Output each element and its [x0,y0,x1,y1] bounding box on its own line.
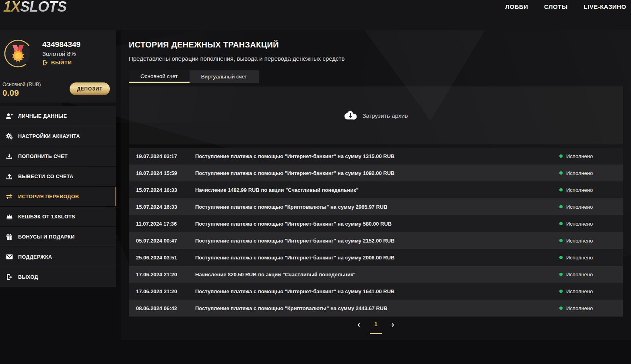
deposit-button[interactable]: ДЕПОЗИТ [70,82,110,95]
transfer-arrows-icon [4,194,14,199]
status-dot-icon [559,171,563,175]
status-dot-icon [559,205,563,208]
transaction-date: 08.06.2024 06:42 [129,305,195,311]
status-dot-icon [559,306,563,310]
table-row: 25.06.2024 03:51 Поступление платежа с п… [129,249,623,266]
status-dot-icon [559,188,563,191]
transaction-date: 19.07.2024 03:17 [129,153,195,159]
person-add-icon [4,113,14,119]
transaction-description: Поступление платежа с помощью "Интернет-… [195,170,559,176]
sidebar-item-support[interactable]: ПОДДЕРЖКА [0,247,116,267]
sidebar-item-label: ПОДДЕРЖКА [18,254,52,260]
logout-link[interactable]: ВЫЙТИ [42,60,72,66]
balance-label: Основной (RUB) [2,82,41,87]
tab-main-account[interactable]: Основной счет [129,70,190,83]
account-tabs: Основной счет Виртуальный счет [129,70,259,83]
sidebar-item-label: ВЫХОД [18,274,38,280]
sidebar-item-label: ИСТОРИЯ ПЕРЕВОДОВ [18,194,79,199]
table-row: 17.06.2024 21:20 Начисление 820.50 RUB п… [129,266,623,283]
status-label: Исполнено [566,204,593,210]
crown-icon [4,214,14,220]
transaction-status: Исполнено [559,204,623,210]
sidebar-item-transfer-history[interactable]: ИСТОРИЯ ПЕРЕВОДОВ [0,187,116,206]
archive-label: Загрузить архив [362,112,408,119]
sidebar-item-label: БОНУСЫ И ПОДАРКИ [18,234,75,240]
gears-icon [4,133,14,140]
transaction-status: Исполнено [559,221,623,227]
logout-icon [42,60,48,66]
avatar [4,39,32,68]
transaction-date: 25.06.2024 03:51 [129,255,195,261]
pagination-next-icon[interactable]: › [392,319,394,329]
sidebar-item-personal-data[interactable]: ЛИЧНЫЕ ДАННЫЕ [0,106,116,126]
transaction-status: Исполнено [559,288,623,294]
table-row: 19.07.2024 03:17 Поступление платежа с п… [129,148,623,165]
sidebar-item-account-settings[interactable]: НАСТРОЙКИ АККАУНТА [0,126,116,146]
nav-lobby[interactable]: ЛОББИ [505,3,528,10]
top-bar: 1XSLOTS ЛОББИ СЛОТЫ LIVE-КАЗИНО [0,0,631,30]
table-row: 17.06.2024 21:20 Поступление платежа с п… [129,283,623,300]
status-dot-icon [559,256,563,259]
page: 1XSLOTS ЛОББИ СЛОТЫ LIVE-КАЗИНО [0,0,631,364]
nav-live-casino[interactable]: LIVE-КАЗИНО [584,3,626,10]
status-label: Исполнено [566,221,593,227]
transaction-description: Поступление платежа с помощью "Интернет-… [195,153,559,159]
status-label: Исполнено [566,153,593,159]
deposit-download-icon [4,153,14,160]
status-label: Исполнено [566,170,593,176]
pagination: ‹ 1 › [129,319,623,337]
page-title: ИСТОРИЯ ДЕНЕЖНЫХ ТРАНЗАКЦИЙ [129,40,279,49]
nav-slots[interactable]: СЛОТЫ [544,3,568,10]
transaction-status: Исполнено [559,255,623,261]
withdraw-upload-icon [4,173,14,180]
status-label: Исполнено [566,288,593,294]
pagination-prev-icon[interactable]: ‹ [357,319,360,329]
brand-logo[interactable]: 1XSLOTS [3,0,66,15]
table-row: 18.07.2024 15:59 Поступление платежа с п… [129,165,623,181]
user-id: 434984349 [42,40,80,49]
table-row: 11.07.2024 17:36 Поступление платежа с п… [129,215,623,232]
transaction-description: Поступление платежа с помощью "Криптовал… [195,305,559,311]
sidebar-item-label: ВЫВЕСТИ СО СЧЁТА [18,174,74,179]
table-row: 15.07.2024 16:33 Поступление платежа с п… [129,198,623,215]
download-archive-button[interactable]: Загрузить архив [344,111,408,120]
transaction-date: 15.07.2024 16:33 [129,204,195,210]
status-label: Исполнено [566,238,593,244]
status-dot-icon [559,222,563,225]
logout-icon [4,274,14,280]
transaction-description: Поступление платежа с помощью "Интернет-… [195,255,559,261]
pagination-page-number: 1 [374,319,377,329]
transaction-status: Исполнено [559,305,623,311]
transaction-date: 05.07.2024 00:47 [129,238,195,244]
sidebar-item-exit[interactable]: ВЫХОД [0,267,116,287]
transaction-status: Исполнено [559,271,623,278]
sidebar-item-label: КЕШБЭК ОТ 1XSLOTS [18,214,75,220]
archive-panel: Загрузить архив [129,86,623,144]
status-dot-icon [559,239,563,242]
sidebar-item-cashback[interactable]: КЕШБЭК ОТ 1XSLOTS [0,207,116,226]
sidebar-item-deposit[interactable]: ПОПОЛНИТЬ СЧЁТ [0,146,116,166]
transaction-description: Поступление платежа с помощью "Интернет-… [195,221,559,227]
status-dot-icon [559,273,563,276]
status-label: Исполнено [566,271,593,278]
sidebar-item-bonuses[interactable]: БОНУСЫ И ПОДАРКИ [0,227,116,247]
envelope-icon [4,254,14,259]
transaction-description: Поступление платежа с помощью "Криптовал… [195,204,559,210]
cloud-download-icon [344,111,357,120]
transaction-description: Поступление платежа с помощью "Интернет-… [195,238,559,244]
sidebar-item-label: НАСТРОЙКИ АККАУНТА [18,134,80,139]
sidebar-menu: ЛИЧНЫЕ ДАННЫЕ [0,106,116,287]
table-row: 08.06.2024 06:42 Поступление платежа с п… [129,300,623,317]
page-subtitle: Представлены операции пополнения, вывода… [129,55,344,62]
medal-icon [4,39,32,68]
logo-part-silver: SLOTS [20,0,66,15]
tab-virtual-account[interactable]: Виртуальный счет [190,70,259,83]
table-row: 15.07.2024 16:33 Начисление 1482.99 RUB … [129,181,623,198]
pagination-page-1[interactable]: 1 [370,319,382,334]
transaction-date: 17.06.2024 21:20 [129,288,195,294]
sidebar-item-withdraw[interactable]: ВЫВЕСТИ СО СЧЁТА [0,167,116,186]
transaction-date: 15.07.2024 16:33 [129,187,195,193]
logo-part-gold: 1X [3,0,20,15]
transaction-status: Исполнено [559,170,623,176]
logout-label: ВЫЙТИ [51,60,72,66]
